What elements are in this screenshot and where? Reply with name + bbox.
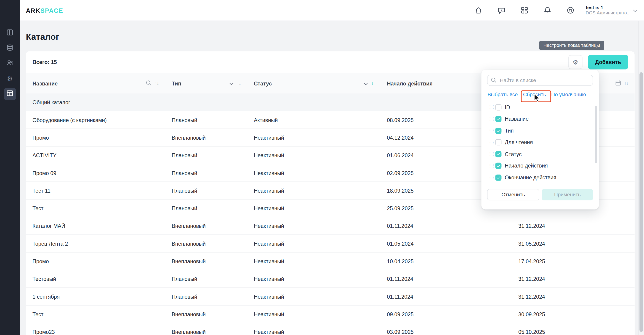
cell-name: ACTIVITY bbox=[26, 147, 165, 164]
topbar: ARKSPACE ? test is 1 DOS Администрато... bbox=[20, 0, 644, 21]
cell-end-date: 31.12.2024 bbox=[512, 217, 634, 234]
cell-name: Промо bbox=[26, 129, 165, 146]
column-header-name[interactable]: Название ↑↓ bbox=[26, 73, 165, 94]
cell-status: Неактивный bbox=[247, 200, 380, 217]
chevron-down-icon[interactable] bbox=[229, 80, 234, 86]
cell-start-date: 01.11.2024 bbox=[380, 217, 512, 234]
drag-handle-icon[interactable]: ⋮⋮ bbox=[488, 105, 492, 110]
table-row[interactable]: Каталог МАЙ Внеплановый Неактивный 01.11… bbox=[26, 217, 634, 235]
column-toggle-readonly[interactable]: ⋮⋮ Для чтения bbox=[487, 137, 593, 148]
gear-icon: ⚙ bbox=[7, 76, 13, 82]
column-toggle-type[interactable]: ⋮⋮ Тип bbox=[487, 125, 593, 136]
layout-icon bbox=[6, 29, 14, 38]
search-icon bbox=[491, 77, 496, 84]
cell-name: Тестовый bbox=[26, 270, 165, 288]
drag-handle-icon[interactable]: ⋮⋮ bbox=[488, 164, 492, 168]
reset-link[interactable]: Сбросить bbox=[523, 92, 546, 97]
column-toggle-end-date[interactable]: ⋮⋮ Окончание действия bbox=[487, 172, 593, 183]
cell-start-date: 01.11.2024 bbox=[380, 270, 512, 288]
column-toggle-label: ID bbox=[505, 104, 510, 110]
popup-scrollbar[interactable] bbox=[595, 106, 597, 164]
table-row[interactable]: Тест Внеплановый Неактивный 09.09.2025 3… bbox=[26, 306, 634, 323]
cancel-button[interactable]: Отменить bbox=[487, 189, 539, 200]
column-toggle-list: ⋮⋮ ID ⋮⋮ Название ⋮⋮ Тип ⋮⋮ Для чтения ⋮… bbox=[487, 102, 593, 184]
defaults-link[interactable]: По умолчанию bbox=[551, 92, 586, 97]
cell-status: Неактивный bbox=[247, 217, 380, 234]
page-scrollbar[interactable] bbox=[638, 21, 644, 335]
table-row[interactable]: Тестовый Плановый Неактивный 01.11.2024 … bbox=[26, 270, 634, 288]
column-header-type[interactable]: Тип ↑↓ bbox=[165, 73, 247, 94]
column-toggle-label: Название bbox=[505, 116, 528, 122]
cell-end-date: 31.05.2024 bbox=[512, 235, 634, 252]
user-menu[interactable]: test is 1 DOS Администрато... bbox=[586, 4, 637, 16]
search-icon[interactable] bbox=[146, 80, 151, 87]
checkbox[interactable] bbox=[495, 116, 502, 122]
transfer-icon[interactable] bbox=[566, 6, 575, 15]
apply-button[interactable]: Применить bbox=[542, 189, 593, 200]
cell-type: Плановый bbox=[165, 111, 247, 128]
drag-handle-icon[interactable]: ⋮⋮ bbox=[488, 152, 492, 156]
bag-icon[interactable] bbox=[474, 6, 483, 15]
users-icon bbox=[6, 59, 14, 68]
user-name: test is 1 bbox=[586, 4, 629, 10]
select-all-link[interactable]: Выбрать все bbox=[488, 92, 518, 97]
cell-type: Внеплановый bbox=[165, 252, 247, 270]
add-button[interactable]: Добавить bbox=[588, 54, 628, 70]
checkbox[interactable] bbox=[495, 163, 502, 169]
page-scrollbar-thumb[interactable] bbox=[640, 72, 643, 332]
svg-text:?: ? bbox=[501, 8, 502, 12]
column-toggle-start-date[interactable]: ⋮⋮ Начало действия bbox=[487, 160, 593, 172]
sort-desc-icon[interactable]: ↓ bbox=[371, 80, 374, 86]
cell-status: Неактивный bbox=[247, 164, 380, 182]
table-row[interactable]: Промо23 Внеплановый Неактивный 03.09.202… bbox=[26, 323, 634, 335]
checkbox[interactable] bbox=[495, 174, 502, 180]
cell-type: Внеплановый bbox=[165, 217, 247, 234]
sidebar-item-dashboard[interactable] bbox=[4, 27, 16, 40]
drag-handle-icon[interactable]: ⋮⋮ bbox=[488, 140, 492, 144]
sidebar-item-tables[interactable] bbox=[4, 88, 16, 100]
cell-type: Внеплановый bbox=[165, 235, 247, 252]
bell-icon[interactable] bbox=[543, 6, 552, 15]
column-header-status[interactable]: Статус ↓ bbox=[247, 73, 380, 94]
sidebar-item-users[interactable] bbox=[4, 58, 16, 70]
column-toggle-label: Для чтения bbox=[505, 140, 533, 146]
drag-handle-icon[interactable]: ⋮⋮ bbox=[488, 117, 492, 121]
table-row[interactable]: Торец Лента 2 Внеплановый Неактивный 01.… bbox=[26, 235, 634, 252]
column-settings-popup: Выбрать все Сбросить По умолчанию ⋮⋮ ID … bbox=[481, 70, 599, 210]
sidebar: ⚙ bbox=[0, 0, 20, 335]
sidebar-item-settings[interactable]: ⚙ bbox=[4, 73, 16, 85]
column-toggle-label: Тип bbox=[505, 128, 514, 134]
brand-logo: ARKSPACE bbox=[26, 7, 63, 14]
calendar-icon[interactable] bbox=[615, 80, 621, 87]
sort-icon[interactable]: ↑↓ bbox=[237, 81, 241, 86]
cell-end-date: 30.09.2025 bbox=[512, 306, 634, 323]
cell-name: Тест bbox=[26, 306, 165, 323]
chevron-down-icon[interactable] bbox=[363, 80, 368, 86]
table-row[interactable]: 1 сентября Плановый Неактивный 01.11.202… bbox=[26, 288, 634, 306]
checkbox[interactable] bbox=[495, 140, 502, 146]
column-toggle-id[interactable]: ⋮⋮ ID bbox=[487, 102, 593, 113]
database-icon bbox=[6, 44, 14, 53]
popup-search-input[interactable] bbox=[487, 75, 593, 86]
settings-tooltip: Настроить показ таблицы bbox=[539, 41, 604, 50]
chevron-down-icon[interactable] bbox=[633, 7, 637, 14]
column-toggle-name[interactable]: ⋮⋮ Название bbox=[487, 113, 593, 125]
checkbox[interactable] bbox=[495, 151, 502, 157]
drag-handle-icon[interactable]: ⋮⋮ bbox=[488, 129, 492, 133]
chat-help-icon[interactable]: ? bbox=[497, 6, 506, 15]
table-settings-button[interactable]: ⚙ bbox=[568, 55, 582, 69]
cell-status: Неактивный bbox=[247, 270, 380, 288]
table-row[interactable]: Промо Внеплановый Неактивный 10.04.2025 … bbox=[26, 252, 634, 270]
checkbox[interactable] bbox=[495, 104, 502, 110]
column-label: Начало действия bbox=[387, 80, 432, 86]
cell-type: Внеплановый bbox=[165, 306, 247, 323]
cell-name: 1 сентября bbox=[26, 288, 165, 305]
apps-grid-icon[interactable] bbox=[520, 6, 529, 15]
drag-handle-icon[interactable]: ⋮⋮ bbox=[488, 176, 492, 180]
sort-icon[interactable]: ↑↓ bbox=[624, 81, 628, 86]
checkbox[interactable] bbox=[495, 128, 502, 134]
sidebar-item-database[interactable] bbox=[4, 42, 16, 54]
sort-icon[interactable]: ↑↓ bbox=[155, 81, 158, 86]
column-toggle-status[interactable]: ⋮⋮ Статус bbox=[487, 148, 593, 160]
brand-space: SPACE bbox=[40, 7, 63, 14]
